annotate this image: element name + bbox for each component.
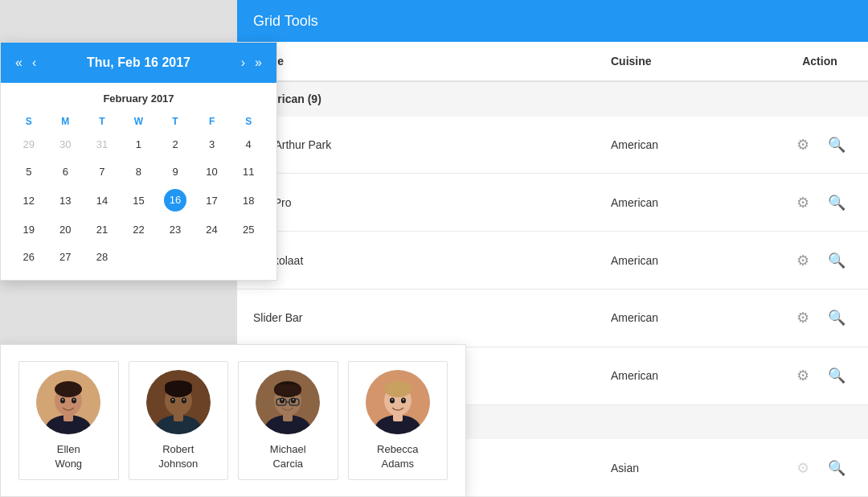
user-card[interactable]: Michael Carcia [238,361,338,480]
gear-icon[interactable]: ⚙ [790,363,816,388]
row-cuisine: American [595,232,772,290]
col-name: Name [237,42,595,81]
search-icon[interactable]: 🔍 [824,305,850,331]
action-icons: ⚙ 🔍 [788,455,852,481]
user-card[interactable]: Ellen Wong [18,361,119,480]
search-icon[interactable]: 🔍 [824,132,850,158]
cal-day-cell[interactable]: 29 [10,130,47,158]
search-icon[interactable]: 🔍 [824,455,850,481]
user-card[interactable]: Rebecca Adams [348,361,448,480]
cal-day-cell[interactable]: 19 [10,216,47,243]
cal-day-cell[interactable]: 20 [47,216,84,243]
table-row: Slider Bar American ⚙ 🔍 [237,290,868,347]
calendar-title: Thu, Feb 16 2017 [41,55,236,70]
user-card[interactable]: Robert Johnson [129,361,229,480]
cal-day-cell[interactable]: 4 [230,130,267,158]
avatar [256,370,320,434]
user-cards-overlay: Ellen Wong [0,344,466,497]
selected-day: 16 [164,189,186,212]
cal-day-cell[interactable]: 27 [47,243,84,270]
cal-day-cell[interactable]: 10 [194,158,231,185]
grid-tools-title: Grid Tools [253,13,318,30]
action-icons: ⚙ 🔍 [788,363,852,388]
svg-point-30 [281,399,283,400]
gear-icon[interactable]: ⚙ [790,305,816,331]
gear-icon[interactable]: ⚙ [790,132,816,158]
svg-point-8 [73,399,75,400]
row-name: Slider Bar [237,290,595,347]
cal-day-cell [157,243,194,270]
avatar [36,370,100,434]
cal-day-header: F [194,113,231,130]
row-cuisine: Asian [595,439,772,496]
user-name: Robert Johnson [158,442,198,471]
cal-day-cell[interactable]: 21 [84,216,121,243]
search-icon[interactable]: 🔍 [824,190,850,216]
group-label: American (9) [237,81,868,117]
avatar [366,370,430,434]
action-icons: ⚙ 🔍 [788,248,852,273]
svg-point-40 [403,399,404,400]
calendar-month-label: February 2017 [10,92,267,105]
cal-day-cell[interactable]: 18 [230,185,267,216]
cal-day-cell[interactable]: 16 [157,185,194,216]
cal-day-cell[interactable]: 2 [157,130,194,158]
prev-year-btn[interactable]: « [10,52,27,73]
cal-day-cell[interactable]: 6 [47,158,84,185]
user-name: Rebecca Adams [377,442,418,471]
avatar [146,370,211,434]
cal-day-cell[interactable]: 7 [84,158,121,185]
prev-month-btn[interactable]: ‹ [27,52,41,73]
col-cuisine: Cuisine [595,42,772,81]
col-action: Action [772,42,868,81]
cal-day-cell[interactable]: 28 [84,243,121,270]
row-action: ⚙ 🔍 [772,232,868,290]
cal-day-cell[interactable]: 31 [84,130,121,158]
cal-day-cell[interactable]: 30 [47,130,84,158]
row-name: MacArthur Park [237,117,595,174]
row-cuisine: American [595,290,772,347]
cal-day-cell[interactable]: 24 [194,216,231,243]
gear-icon[interactable]: ⚙ [790,455,816,481]
cal-day-cell[interactable]: 5 [10,158,47,185]
cal-day-cell[interactable]: 12 [10,185,47,216]
svg-point-18 [183,399,185,400]
cal-day-cell[interactable]: 9 [157,158,194,185]
cal-day-cell[interactable]: 14 [84,185,121,216]
row-action: ⚙ 🔍 [772,347,868,405]
cal-day-cell[interactable]: 1 [121,130,158,158]
table-row: MacArthur Park American ⚙ 🔍 [237,117,868,174]
row-cuisine: American [595,117,772,174]
cal-day-cell[interactable]: 22 [121,216,158,243]
cal-day-cell[interactable]: 3 [194,130,231,158]
svg-point-31 [293,399,294,400]
cal-day-cell [230,243,267,270]
cal-day-cell[interactable]: 13 [47,185,84,216]
row-action: ⚙ 🔍 [772,290,868,347]
next-month-btn[interactable]: › [236,52,250,73]
cal-day-cell[interactable]: 25 [230,216,267,243]
cal-day-cell[interactable]: 15 [121,185,158,216]
row-name: Shokolaat [237,232,595,290]
action-icons: ⚙ 🔍 [788,132,852,158]
search-icon[interactable]: 🔍 [824,363,850,388]
gear-icon[interactable]: ⚙ [790,190,816,216]
row-action: ⚙ 🔍 [772,117,868,174]
grid-tools-header: Grid Tools [237,0,868,42]
row-action: ⚙ 🔍 [772,439,868,496]
cal-day-cell[interactable]: 23 [157,216,194,243]
row-cuisine: American [595,174,772,232]
next-year-btn[interactable]: » [250,52,267,73]
cal-day-cell[interactable]: 8 [121,158,158,185]
search-icon[interactable]: 🔍 [824,248,850,273]
cal-day-cell [194,243,231,270]
cal-day-header: S [10,113,47,130]
gear-icon[interactable]: ⚙ [790,248,816,273]
cal-day-cell[interactable]: 11 [230,158,267,185]
cal-day-cell[interactable]: 17 [194,185,231,216]
cal-day-cell[interactable]: 26 [10,243,47,270]
row-name: Old Pro [237,174,595,232]
calendar-grid: SMTWTFS 29303112345678910111213141516171… [10,113,267,270]
action-icons: ⚙ 🔍 [788,190,852,216]
cal-day-header: M [47,113,84,130]
